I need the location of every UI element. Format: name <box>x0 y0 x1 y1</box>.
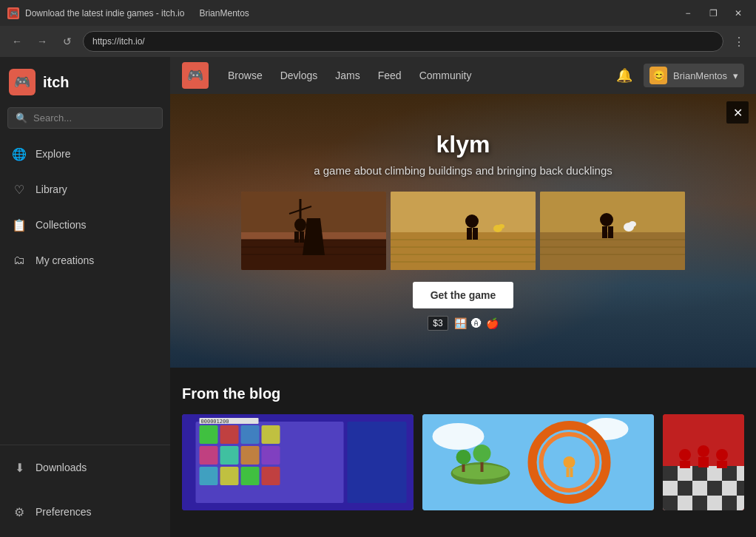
svg-rect-42 <box>241 446 260 465</box>
svg-rect-73 <box>663 481 678 496</box>
user-name: BrianMentos <box>673 70 727 81</box>
svg-rect-50 <box>348 422 407 503</box>
user-menu[interactable]: 😊 BrianMentos ▾ <box>644 64 744 87</box>
svg-point-57 <box>456 450 471 465</box>
sidebar-logo: 🎮 itch <box>0 57 170 107</box>
svg-rect-63 <box>567 468 570 477</box>
back-button[interactable]: ← <box>7 32 27 51</box>
notification-bell[interactable]: 🔔 <box>612 64 636 87</box>
blog-grid: 000001200 <box>182 414 744 510</box>
downloads-icon: ⬇ <box>12 460 27 475</box>
nav-jams[interactable]: Jams <box>328 65 367 86</box>
svg-rect-82 <box>707 496 722 510</box>
sidebar-item-my-creations[interactable]: 🗂 My creations <box>0 243 170 278</box>
svg-rect-69 <box>692 466 707 481</box>
featured-card: ✕ klym a game about climbing buildings a… <box>170 94 756 368</box>
browser-menu-button[interactable]: ⋮ <box>729 32 749 51</box>
top-navbar: 🎮 Browse Devlogs Jams Feed Community 🔔 😊… <box>170 57 756 94</box>
svg-point-84 <box>679 449 691 461</box>
svg-rect-21 <box>473 228 478 240</box>
svg-point-29 <box>600 213 613 226</box>
nav-community[interactable]: Community <box>412 65 479 86</box>
svg-point-85 <box>698 445 709 457</box>
svg-rect-40 <box>200 446 218 465</box>
collections-icon: 📋 <box>12 217 27 232</box>
minimize-button[interactable]: − <box>678 5 698 21</box>
svg-rect-80 <box>678 496 692 510</box>
tab-user-badge: BrianMentos <box>199 8 249 18</box>
sidebar-item-preferences[interactable]: ⚙ Preferences <box>0 490 170 534</box>
svg-point-59 <box>473 445 491 462</box>
blog-section: From the blog <box>170 368 756 528</box>
svg-rect-24 <box>540 192 685 270</box>
search-box[interactable]: 🔍 Search... <box>7 107 163 129</box>
svg-point-32 <box>624 223 634 232</box>
svg-rect-41 <box>220 446 239 465</box>
my-creations-icon: 🗂 <box>12 253 27 268</box>
svg-rect-77 <box>722 481 737 496</box>
svg-rect-72 <box>737 466 744 481</box>
svg-rect-30 <box>602 226 607 238</box>
refresh-button[interactable]: ↺ <box>58 32 77 51</box>
sidebar-item-label: Explore <box>36 148 70 160</box>
forward-button[interactable]: → <box>33 32 52 51</box>
svg-rect-39 <box>262 425 280 444</box>
svg-rect-64 <box>570 468 573 477</box>
page-scroll[interactable]: ✕ klym a game about climbing buildings a… <box>170 94 756 537</box>
sidebar-item-library[interactable]: ♡ Library <box>0 172 170 207</box>
svg-rect-37 <box>220 425 239 444</box>
svg-rect-88 <box>698 457 709 467</box>
maximize-button[interactable]: ❐ <box>703 5 723 21</box>
featured-game-title: klym <box>436 131 490 158</box>
browser-chrome: ← → ↺ https://itch.io/ ⋮ <box>0 26 756 57</box>
svg-rect-76 <box>707 481 722 496</box>
nav-devlogs[interactable]: Devlogs <box>273 65 325 86</box>
svg-point-22 <box>493 225 502 232</box>
screenshot-1-inner <box>241 192 386 270</box>
svg-point-19 <box>465 215 479 228</box>
nav-browse[interactable]: Browse <box>220 65 270 86</box>
svg-text:000001200: 000001200 <box>201 419 229 425</box>
main-content: 🎮 itch 🔍 Search... 🌐 Explore ♡ Library 📋… <box>0 57 756 537</box>
svg-rect-46 <box>241 467 260 485</box>
sidebar-item-explore[interactable]: 🌐 Explore <box>0 136 170 172</box>
dropdown-icon: ▾ <box>733 70 738 81</box>
nav-feed[interactable]: Feed <box>371 65 409 86</box>
blog-card-1[interactable]: 000001200 <box>182 414 414 510</box>
featured-content: klym a game about climbing buildings and… <box>170 94 756 368</box>
tab-favicon: 🎮 <box>7 7 19 19</box>
search-placeholder: Search... <box>33 112 72 124</box>
svg-rect-44 <box>200 467 218 485</box>
svg-rect-45 <box>220 467 239 485</box>
address-bar[interactable]: https://itch.io/ <box>83 31 723 52</box>
svg-point-8 <box>294 218 306 232</box>
svg-rect-38 <box>241 425 260 444</box>
sidebar-bottom: ⬇ Downloads ⚙ Preferences <box>0 445 170 537</box>
svg-point-62 <box>564 456 576 468</box>
featured-close-button[interactable]: ✕ <box>726 101 749 124</box>
title-bar-left: 🎮 Download the latest indie games - itch… <box>7 7 249 19</box>
screenshot-1 <box>241 192 386 270</box>
sidebar-item-label: Library <box>36 183 67 195</box>
tab-title: Download the latest indie games - itch.i… <box>25 8 184 18</box>
blog-card-2[interactable] <box>422 414 654 510</box>
blog-section-title: From the blog <box>182 385 744 402</box>
sidebar-item-collections[interactable]: 📋 Collections <box>0 207 170 243</box>
navbar-right: 🔔 😊 BrianMentos ▾ <box>612 64 744 87</box>
svg-rect-67 <box>663 466 678 481</box>
sidebar-item-downloads[interactable]: ⬇ Downloads <box>0 445 170 490</box>
platform-info: $3 🪟 🅐 🍎 <box>428 316 498 331</box>
sidebar-item-label: Collections <box>36 219 86 231</box>
sidebar-item-label: My creations <box>36 254 94 266</box>
svg-line-12 <box>289 206 311 214</box>
blog-card-3[interactable] <box>663 414 744 510</box>
page-area: 🎮 Browse Devlogs Jams Feed Community 🔔 😊… <box>170 57 756 537</box>
sidebar-item-label: Downloads <box>36 462 87 473</box>
windows-icon: 🪟 <box>454 317 467 329</box>
url-text: https://itch.io/ <box>92 36 145 47</box>
get-game-button[interactable]: Get the game <box>413 282 514 308</box>
svg-rect-14 <box>391 232 536 270</box>
close-button[interactable]: ✕ <box>728 5 749 21</box>
svg-rect-31 <box>608 226 613 238</box>
apple-icon: 🍎 <box>486 317 499 329</box>
